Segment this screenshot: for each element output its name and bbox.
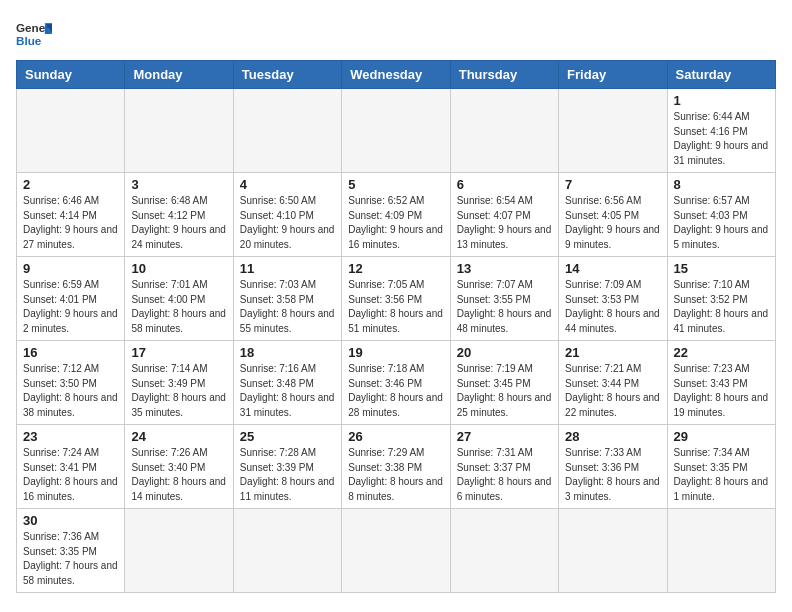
day-info: Sunrise: 7:34 AM Sunset: 3:35 PM Dayligh… — [674, 446, 769, 504]
calendar-day-cell: 28Sunrise: 7:33 AM Sunset: 3:36 PM Dayli… — [559, 425, 667, 509]
calendar-day-cell: 9Sunrise: 6:59 AM Sunset: 4:01 PM Daylig… — [17, 257, 125, 341]
day-info: Sunrise: 7:23 AM Sunset: 3:43 PM Dayligh… — [674, 362, 769, 420]
day-header-wednesday: Wednesday — [342, 61, 450, 89]
day-number: 8 — [674, 177, 769, 192]
day-number: 10 — [131, 261, 226, 276]
calendar-day-cell — [125, 509, 233, 593]
day-number: 7 — [565, 177, 660, 192]
day-info: Sunrise: 7:26 AM Sunset: 3:40 PM Dayligh… — [131, 446, 226, 504]
day-number: 9 — [23, 261, 118, 276]
day-number: 27 — [457, 429, 552, 444]
day-number: 1 — [674, 93, 769, 108]
calendar-day-cell — [125, 89, 233, 173]
day-info: Sunrise: 6:54 AM Sunset: 4:07 PM Dayligh… — [457, 194, 552, 252]
day-info: Sunrise: 7:19 AM Sunset: 3:45 PM Dayligh… — [457, 362, 552, 420]
calendar-day-cell: 23Sunrise: 7:24 AM Sunset: 3:41 PM Dayli… — [17, 425, 125, 509]
calendar-week-row: 9Sunrise: 6:59 AM Sunset: 4:01 PM Daylig… — [17, 257, 776, 341]
calendar-day-cell: 27Sunrise: 7:31 AM Sunset: 3:37 PM Dayli… — [450, 425, 558, 509]
calendar-day-cell: 8Sunrise: 6:57 AM Sunset: 4:03 PM Daylig… — [667, 173, 775, 257]
logo: General Blue — [16, 16, 52, 52]
calendar-day-cell: 1Sunrise: 6:44 AM Sunset: 4:16 PM Daylig… — [667, 89, 775, 173]
day-info: Sunrise: 7:09 AM Sunset: 3:53 PM Dayligh… — [565, 278, 660, 336]
day-info: Sunrise: 7:33 AM Sunset: 3:36 PM Dayligh… — [565, 446, 660, 504]
calendar-week-row: 23Sunrise: 7:24 AM Sunset: 3:41 PM Dayli… — [17, 425, 776, 509]
calendar-day-cell: 22Sunrise: 7:23 AM Sunset: 3:43 PM Dayli… — [667, 341, 775, 425]
day-number: 20 — [457, 345, 552, 360]
day-header-friday: Friday — [559, 61, 667, 89]
day-info: Sunrise: 7:21 AM Sunset: 3:44 PM Dayligh… — [565, 362, 660, 420]
calendar-week-row: 30Sunrise: 7:36 AM Sunset: 3:35 PM Dayli… — [17, 509, 776, 593]
calendar-day-cell: 25Sunrise: 7:28 AM Sunset: 3:39 PM Dayli… — [233, 425, 341, 509]
day-number: 13 — [457, 261, 552, 276]
day-number: 17 — [131, 345, 226, 360]
svg-text:Blue: Blue — [16, 34, 42, 47]
calendar-day-cell: 5Sunrise: 6:52 AM Sunset: 4:09 PM Daylig… — [342, 173, 450, 257]
day-number: 15 — [674, 261, 769, 276]
calendar-day-cell: 3Sunrise: 6:48 AM Sunset: 4:12 PM Daylig… — [125, 173, 233, 257]
calendar-day-cell: 18Sunrise: 7:16 AM Sunset: 3:48 PM Dayli… — [233, 341, 341, 425]
day-number: 18 — [240, 345, 335, 360]
calendar-day-cell: 14Sunrise: 7:09 AM Sunset: 3:53 PM Dayli… — [559, 257, 667, 341]
day-info: Sunrise: 6:56 AM Sunset: 4:05 PM Dayligh… — [565, 194, 660, 252]
calendar-day-cell: 6Sunrise: 6:54 AM Sunset: 4:07 PM Daylig… — [450, 173, 558, 257]
day-number: 22 — [674, 345, 769, 360]
day-info: Sunrise: 7:24 AM Sunset: 3:41 PM Dayligh… — [23, 446, 118, 504]
day-info: Sunrise: 6:44 AM Sunset: 4:16 PM Dayligh… — [674, 110, 769, 168]
calendar-day-cell: 10Sunrise: 7:01 AM Sunset: 4:00 PM Dayli… — [125, 257, 233, 341]
calendar-day-cell: 19Sunrise: 7:18 AM Sunset: 3:46 PM Dayli… — [342, 341, 450, 425]
day-number: 4 — [240, 177, 335, 192]
day-info: Sunrise: 7:03 AM Sunset: 3:58 PM Dayligh… — [240, 278, 335, 336]
day-number: 28 — [565, 429, 660, 444]
day-number: 14 — [565, 261, 660, 276]
calendar-day-cell — [233, 509, 341, 593]
day-info: Sunrise: 7:05 AM Sunset: 3:56 PM Dayligh… — [348, 278, 443, 336]
calendar-day-cell: 7Sunrise: 6:56 AM Sunset: 4:05 PM Daylig… — [559, 173, 667, 257]
calendar-day-cell: 12Sunrise: 7:05 AM Sunset: 3:56 PM Dayli… — [342, 257, 450, 341]
calendar-day-cell: 26Sunrise: 7:29 AM Sunset: 3:38 PM Dayli… — [342, 425, 450, 509]
calendar-day-cell — [559, 509, 667, 593]
calendar-day-cell: 4Sunrise: 6:50 AM Sunset: 4:10 PM Daylig… — [233, 173, 341, 257]
day-header-tuesday: Tuesday — [233, 61, 341, 89]
day-info: Sunrise: 7:16 AM Sunset: 3:48 PM Dayligh… — [240, 362, 335, 420]
calendar-day-cell: 30Sunrise: 7:36 AM Sunset: 3:35 PM Dayli… — [17, 509, 125, 593]
day-number: 29 — [674, 429, 769, 444]
day-info: Sunrise: 7:36 AM Sunset: 3:35 PM Dayligh… — [23, 530, 118, 588]
day-number: 26 — [348, 429, 443, 444]
day-info: Sunrise: 6:48 AM Sunset: 4:12 PM Dayligh… — [131, 194, 226, 252]
day-info: Sunrise: 7:28 AM Sunset: 3:39 PM Dayligh… — [240, 446, 335, 504]
calendar-day-cell — [342, 89, 450, 173]
calendar-week-row: 2Sunrise: 6:46 AM Sunset: 4:14 PM Daylig… — [17, 173, 776, 257]
calendar-day-cell — [450, 89, 558, 173]
calendar-day-cell — [450, 509, 558, 593]
day-number: 3 — [131, 177, 226, 192]
day-info: Sunrise: 6:50 AM Sunset: 4:10 PM Dayligh… — [240, 194, 335, 252]
day-number: 21 — [565, 345, 660, 360]
day-number: 30 — [23, 513, 118, 528]
calendar-day-cell: 20Sunrise: 7:19 AM Sunset: 3:45 PM Dayli… — [450, 341, 558, 425]
day-number: 24 — [131, 429, 226, 444]
day-number: 23 — [23, 429, 118, 444]
day-number: 11 — [240, 261, 335, 276]
day-number: 2 — [23, 177, 118, 192]
calendar-day-cell: 24Sunrise: 7:26 AM Sunset: 3:40 PM Dayli… — [125, 425, 233, 509]
calendar-day-cell: 13Sunrise: 7:07 AM Sunset: 3:55 PM Dayli… — [450, 257, 558, 341]
day-header-sunday: Sunday — [17, 61, 125, 89]
day-info: Sunrise: 6:59 AM Sunset: 4:01 PM Dayligh… — [23, 278, 118, 336]
day-number: 6 — [457, 177, 552, 192]
calendar-header-row: SundayMondayTuesdayWednesdayThursdayFrid… — [17, 61, 776, 89]
day-info: Sunrise: 7:14 AM Sunset: 3:49 PM Dayligh… — [131, 362, 226, 420]
day-number: 25 — [240, 429, 335, 444]
calendar-day-cell: 11Sunrise: 7:03 AM Sunset: 3:58 PM Dayli… — [233, 257, 341, 341]
logo-icon: General Blue — [16, 16, 52, 52]
day-info: Sunrise: 6:46 AM Sunset: 4:14 PM Dayligh… — [23, 194, 118, 252]
calendar-day-cell — [667, 509, 775, 593]
day-number: 12 — [348, 261, 443, 276]
calendar-day-cell — [233, 89, 341, 173]
calendar-day-cell: 29Sunrise: 7:34 AM Sunset: 3:35 PM Dayli… — [667, 425, 775, 509]
calendar-day-cell: 2Sunrise: 6:46 AM Sunset: 4:14 PM Daylig… — [17, 173, 125, 257]
day-number: 5 — [348, 177, 443, 192]
calendar-day-cell: 21Sunrise: 7:21 AM Sunset: 3:44 PM Dayli… — [559, 341, 667, 425]
day-info: Sunrise: 7:31 AM Sunset: 3:37 PM Dayligh… — [457, 446, 552, 504]
day-info: Sunrise: 6:52 AM Sunset: 4:09 PM Dayligh… — [348, 194, 443, 252]
calendar-table: SundayMondayTuesdayWednesdayThursdayFrid… — [16, 60, 776, 593]
